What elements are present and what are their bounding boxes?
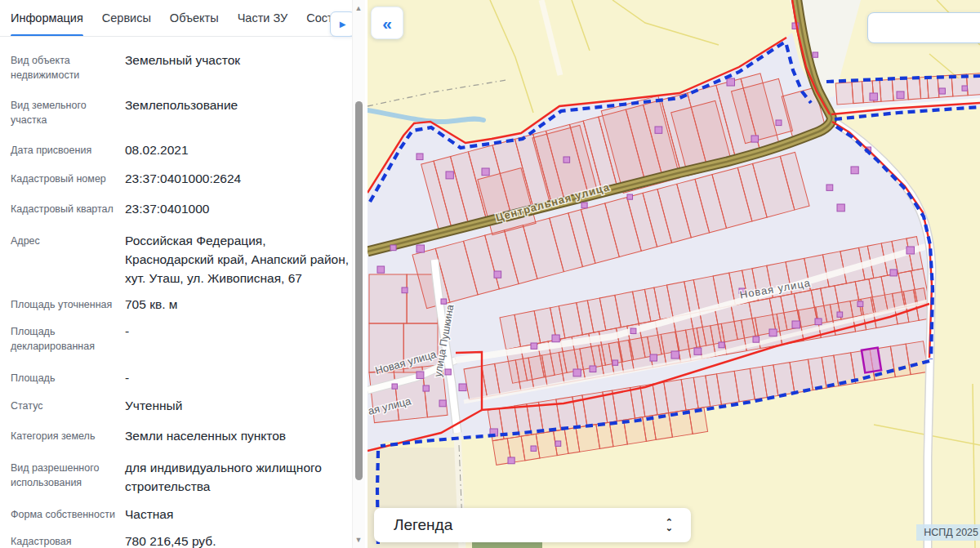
field-label: Кадастровый номер [11,169,118,188]
field-label: Вид разрешенного использования [11,458,118,496]
field-row: Кадастровый квартал23:37:0401000 [11,199,354,218]
tab-parts-zu[interactable]: Части ЗУ [238,0,288,37]
field-label: Статус [11,396,118,415]
field-row: Площадь- [11,368,354,387]
field-row: СтатусУчтенный [11,396,354,415]
info-panel: Информация Сервисы Объекты Части ЗУ Сост… [0,0,368,548]
field-row: Вид объекта недвижимостиЗемельный участо… [11,51,354,82]
field-label: Дата присвоения [11,140,118,159]
scroll-down-icon[interactable]: ▼ [354,536,363,544]
field-value: 23:37:0401000:2624 [125,169,354,188]
right-triangle-icon: ▶ [340,20,346,29]
field-label: Площадь [11,368,118,387]
field-label: Площадь декларированная [11,322,118,354]
collapse-panel-button[interactable]: « [371,7,403,39]
field-value: 08.02.2021 [125,140,354,159]
selected-parcel[interactable] [862,348,881,373]
field-label: Кадастровый квартал [11,199,118,218]
field-value: для индивидуального жилищного строительс… [125,458,354,496]
field-row: Площадь уточненная705 кв. м [11,295,354,314]
field-row: Кадастровая780 216,45 руб. [11,532,354,548]
map-attribution: НСПД 2025 [916,524,980,541]
map-canvas[interactable]: Центральная улица улица Пушкина Новая ул… [368,0,980,548]
field-label: Вид объекта недвижимости [11,51,118,82]
field-label: Адрес [11,231,118,287]
tab-objects[interactable]: Объекты [170,0,219,37]
search-input[interactable] [867,12,980,43]
field-value: - [125,368,354,387]
field-label: Форма собственности [11,505,118,523]
field-row: Форма собственностиЧастная [11,505,354,523]
field-label: Вид земельного участка [11,96,118,127]
field-value: Учтенный [125,396,354,415]
field-value: Землепользование [125,96,354,127]
field-value: 23:37:0401000 [125,199,354,218]
field-value: 780 216,45 руб. [125,532,354,548]
field-label: Площадь уточненная [11,295,118,314]
field-row: АдресРоссийская Федерация, Краснодарский… [11,231,354,287]
tab-services[interactable]: Сервисы [102,0,151,37]
legend-title: Легенда [394,516,452,534]
field-value: Земли населенных пунктов [125,426,354,445]
panel-scrollbar-thumb[interactable] [355,101,363,480]
field-row: Дата присвоения08.02.2021 [11,140,354,159]
field-row: Категория земельЗемли населенных пунктов [11,426,354,445]
field-value: 705 кв. м [125,295,354,314]
field-label: Категория земель [11,426,118,445]
field-row: Вид разрешенного использованиядля индиви… [11,458,354,496]
field-value: Земельный участок [125,51,354,82]
field-row: Площадь декларированная- [11,322,354,354]
scroll-up-icon[interactable]: ▲ [354,4,363,12]
double-chevron-left-icon: « [382,15,392,32]
legend-bar[interactable]: Легенда ⌃⌄ [374,508,691,542]
expand-collapse-icon[interactable]: ⌃⌄ [666,519,673,531]
field-row: Кадастровый номер23:37:0401000:2624 [11,169,354,188]
field-row: Вид земельного участкаЗемлепользование [11,96,354,127]
field-label: Кадастровая [11,532,118,548]
field-value: Российская Федерация, Краснодарский край… [125,231,354,287]
tab-bar: Информация Сервисы Объекты Части ЗУ Сост… [0,0,353,37]
tab-information[interactable]: Информация [11,0,83,37]
field-value: Частная [125,505,354,523]
field-value: - [125,322,354,354]
